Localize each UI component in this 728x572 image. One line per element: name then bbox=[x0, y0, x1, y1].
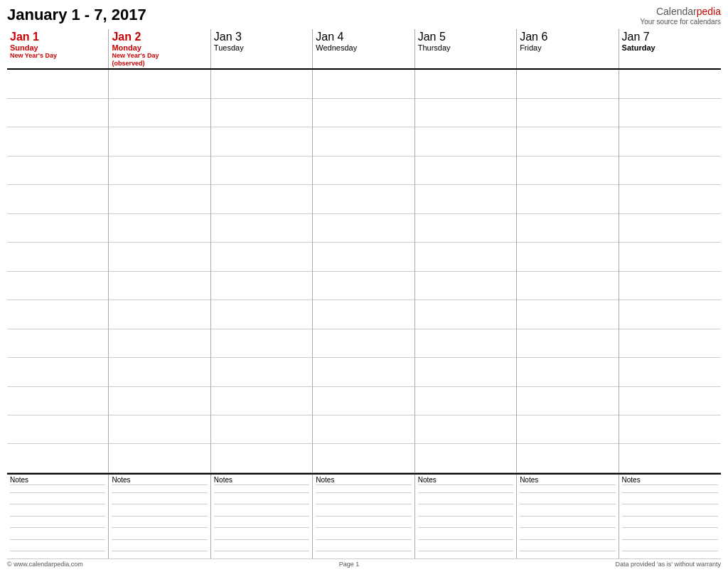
time-row-4-13 bbox=[415, 444, 516, 472]
time-row-6-3 bbox=[619, 157, 721, 185]
time-row-6-10 bbox=[619, 358, 721, 386]
day-number-4: Jan 5 bbox=[418, 31, 513, 43]
notes-line-4-3 bbox=[418, 527, 513, 528]
time-row-6-5 bbox=[619, 214, 721, 243]
time-row-6-13 bbox=[619, 444, 721, 472]
notes-lines-2 bbox=[214, 487, 309, 557]
time-row-3-10 bbox=[313, 358, 414, 386]
time-row-4-4 bbox=[415, 185, 516, 213]
notes-line-1-0 bbox=[112, 492, 207, 493]
brand: Calendarpedia Your source for calendars bbox=[640, 6, 721, 26]
notes-line-6-0 bbox=[622, 492, 718, 493]
notes-line-3-3 bbox=[316, 527, 411, 528]
time-row-0-7 bbox=[7, 272, 108, 300]
time-row-0-0 bbox=[7, 70, 108, 98]
time-row-2-13 bbox=[211, 444, 312, 472]
notes-line-6-4 bbox=[622, 539, 718, 540]
time-row-6-9 bbox=[619, 329, 721, 358]
time-row-6-4 bbox=[619, 185, 721, 213]
day-column-0 bbox=[7, 70, 109, 472]
time-row-3-9 bbox=[313, 329, 414, 358]
footer: © www.calendarpedia.com Page 1 Data prov… bbox=[7, 558, 721, 569]
time-row-3-3 bbox=[313, 157, 414, 185]
time-row-2-7 bbox=[211, 272, 312, 300]
time-row-1-9 bbox=[109, 329, 210, 358]
time-row-1-11 bbox=[109, 387, 210, 415]
time-row-1-0 bbox=[109, 70, 210, 98]
page-wrapper: January 1 - 7, 2017 Calendarpedia Your s… bbox=[0, 0, 728, 572]
day-headers: Jan 1SundayNew Year's DayJan 2MondayNew … bbox=[7, 29, 721, 70]
notes-line-6-5 bbox=[622, 551, 718, 551]
time-row-5-9 bbox=[517, 329, 618, 358]
time-row-5-0 bbox=[517, 70, 618, 98]
notes-cell-0: Notes bbox=[7, 475, 109, 558]
day-name-3: Wednesday bbox=[316, 43, 411, 52]
time-row-3-8 bbox=[313, 300, 414, 329]
notes-line-2-5 bbox=[214, 551, 309, 551]
notes-lines-6 bbox=[622, 487, 718, 557]
time-row-4-3 bbox=[415, 157, 516, 185]
day-name-1: Monday bbox=[112, 43, 207, 52]
time-row-0-1 bbox=[7, 99, 108, 127]
time-row-6-1 bbox=[619, 99, 721, 127]
notes-label-6: Notes bbox=[622, 476, 718, 485]
time-row-2-2 bbox=[211, 127, 312, 156]
day-header-2: Jan 3Tuesday bbox=[211, 29, 313, 69]
time-row-0-10 bbox=[7, 358, 108, 386]
notes-line-6-1 bbox=[622, 504, 718, 504]
day-name-5: Friday bbox=[520, 43, 615, 52]
time-row-0-4 bbox=[7, 185, 108, 213]
time-row-6-2 bbox=[619, 127, 721, 156]
time-row-6-11 bbox=[619, 387, 721, 415]
notes-lines-5 bbox=[520, 487, 615, 557]
time-row-5-3 bbox=[517, 157, 618, 185]
time-row-0-12 bbox=[7, 415, 108, 444]
time-row-5-12 bbox=[517, 415, 618, 444]
time-row-3-7 bbox=[313, 272, 414, 300]
notes-line-5-3 bbox=[520, 527, 615, 528]
time-row-5-8 bbox=[517, 300, 618, 329]
time-row-5-7 bbox=[517, 272, 618, 300]
time-row-4-10 bbox=[415, 358, 516, 386]
notes-lines-1 bbox=[112, 487, 207, 557]
day-number-3: Jan 4 bbox=[316, 31, 411, 43]
notes-line-5-1 bbox=[520, 504, 615, 504]
time-row-5-13 bbox=[517, 444, 618, 472]
time-row-3-12 bbox=[313, 415, 414, 444]
time-row-3-6 bbox=[313, 243, 414, 271]
notes-line-3-0 bbox=[316, 492, 411, 493]
notes-line-0-5 bbox=[10, 551, 105, 551]
brand-tagline: Your source for calendars bbox=[640, 18, 721, 26]
day-column-4 bbox=[415, 70, 517, 472]
time-row-2-3 bbox=[211, 157, 312, 185]
time-row-5-4 bbox=[517, 185, 618, 213]
time-row-4-2 bbox=[415, 127, 516, 156]
time-row-6-7 bbox=[619, 272, 721, 300]
notes-line-0-4 bbox=[10, 539, 105, 540]
time-row-5-5 bbox=[517, 214, 618, 243]
time-row-1-1 bbox=[109, 99, 210, 127]
time-row-0-6 bbox=[7, 243, 108, 271]
time-row-6-8 bbox=[619, 300, 721, 329]
day-column-3 bbox=[313, 70, 414, 472]
time-row-3-1 bbox=[313, 99, 414, 127]
day-header-1: Jan 2MondayNew Year's Day(observed) bbox=[109, 29, 210, 69]
time-row-2-10 bbox=[211, 358, 312, 386]
time-row-6-12 bbox=[619, 415, 721, 444]
notes-line-3-2 bbox=[316, 516, 411, 517]
time-row-4-1 bbox=[415, 99, 516, 127]
notes-label-0: Notes bbox=[10, 476, 105, 485]
page-title: January 1 - 7, 2017 bbox=[7, 6, 146, 24]
notes-line-1-5 bbox=[112, 551, 207, 551]
notes-line-2-2 bbox=[214, 516, 309, 517]
notes-line-3-4 bbox=[316, 539, 411, 540]
notes-line-4-2 bbox=[418, 516, 513, 517]
day-column-5 bbox=[517, 70, 619, 472]
time-row-5-11 bbox=[517, 387, 618, 415]
notes-line-3-1 bbox=[316, 504, 411, 504]
brand-name: Calendarpedia bbox=[640, 6, 721, 18]
footer-left: © www.calendarpedia.com bbox=[7, 561, 83, 568]
notes-label-2: Notes bbox=[214, 476, 309, 485]
day-header-0: Jan 1SundayNew Year's Day bbox=[7, 29, 109, 69]
footer-right: Data provided 'as is' without warranty bbox=[615, 561, 721, 568]
